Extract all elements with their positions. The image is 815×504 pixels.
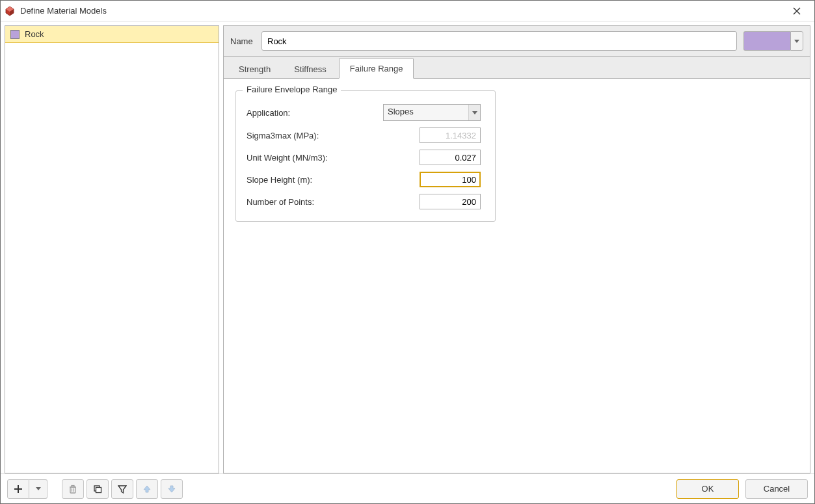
field-application: Application: Slopes — [247, 104, 485, 121]
close-button[interactable] — [783, 2, 810, 20]
field-unit-weight: Unit Weight (MN/m3): — [247, 150, 485, 165]
material-item-rock[interactable]: Rock — [5, 26, 219, 43]
trash-icon — [68, 484, 77, 494]
sigma3max-label: Sigma3max (MPa): — [247, 131, 383, 140]
filter-button[interactable] — [111, 479, 133, 499]
unit-weight-input[interactable] — [420, 150, 481, 165]
name-input[interactable] — [261, 31, 737, 51]
field-sigma3max: Sigma3max (MPa): — [247, 127, 485, 143]
svg-rect-7 — [70, 487, 75, 493]
material-color-picker[interactable] — [743, 31, 803, 51]
tab-strength[interactable]: Strength — [228, 59, 282, 79]
unit-weight-label: Unit Weight (MN/m3): — [247, 153, 383, 163]
svg-marker-16 — [168, 486, 175, 492]
properties-panel: Name Strength Stiffness Failure Range — [223, 21, 814, 473]
filter-icon — [118, 484, 127, 494]
slope-height-input[interactable] — [420, 172, 481, 187]
add-material-menu[interactable] — [29, 479, 47, 499]
copy-icon — [93, 484, 102, 494]
arrow-down-icon — [167, 484, 176, 494]
title-bar: Define Material Models — [1, 1, 814, 21]
material-list-panel: Rock — [1, 21, 223, 473]
color-swatch — [743, 31, 790, 51]
copy-material-button[interactable] — [87, 479, 109, 499]
cancel-label: Cancel — [764, 484, 790, 494]
app-icon — [5, 6, 15, 16]
plus-icon — [14, 484, 23, 494]
application-label: Application: — [247, 108, 383, 118]
field-num-points: Number of Points: — [247, 194, 485, 209]
ok-label: OK — [702, 484, 714, 494]
svg-rect-13 — [96, 487, 101, 492]
svg-marker-14 — [118, 486, 126, 493]
define-material-window: Define Material Models Rock Name — [0, 0, 815, 504]
move-down-button[interactable] — [161, 479, 183, 499]
material-swatch — [10, 30, 20, 39]
tab-label: Stiffness — [294, 64, 327, 74]
move-up-button[interactable] — [136, 479, 158, 499]
tab-label: Strength — [239, 64, 271, 74]
close-icon — [793, 7, 801, 15]
select-arrow[interactable] — [468, 105, 480, 120]
sigma3max-input — [420, 127, 481, 143]
tab-page-failure-range: Failure Envelope Range Application: Slop… — [223, 79, 810, 473]
material-label: Rock — [25, 29, 44, 39]
delete-material-button[interactable] — [62, 479, 84, 499]
ok-button[interactable]: OK — [676, 479, 739, 499]
tab-label: Failure Range — [350, 64, 403, 73]
footer-toolbar: OK Cancel — [1, 473, 814, 503]
group-title: Failure Envelope Range — [243, 85, 341, 94]
tab-stiffness[interactable]: Stiffness — [283, 59, 338, 79]
chevron-down-icon — [472, 111, 477, 114]
num-points-input[interactable] — [420, 194, 481, 209]
svg-rect-11 — [72, 485, 74, 486]
add-material-button[interactable] — [7, 479, 29, 499]
window-title: Define Material Models — [20, 6, 107, 16]
chevron-down-icon — [36, 487, 41, 490]
svg-marker-15 — [144, 486, 150, 492]
name-label: Name — [230, 36, 261, 46]
tab-bar: Strength Stiffness Failure Range — [223, 57, 810, 79]
application-select[interactable]: Slopes — [383, 104, 481, 121]
field-slope-height: Slope Height (m): — [247, 172, 485, 187]
chevron-down-icon — [794, 40, 799, 43]
failure-envelope-range-group: Failure Envelope Range Application: Slop… — [235, 90, 496, 222]
application-value: Slopes — [384, 105, 468, 120]
tab-failure-range[interactable]: Failure Range — [339, 59, 414, 79]
slope-height-label: Slope Height (m): — [247, 175, 383, 185]
color-dropdown-arrow[interactable] — [790, 31, 803, 51]
num-points-label: Number of Points: — [247, 197, 383, 207]
body: Rock Name Strength — [1, 21, 814, 473]
cancel-button[interactable]: Cancel — [745, 479, 808, 499]
arrow-up-icon — [142, 484, 152, 494]
name-row: Name — [223, 25, 810, 57]
material-list[interactable]: Rock — [5, 25, 219, 473]
